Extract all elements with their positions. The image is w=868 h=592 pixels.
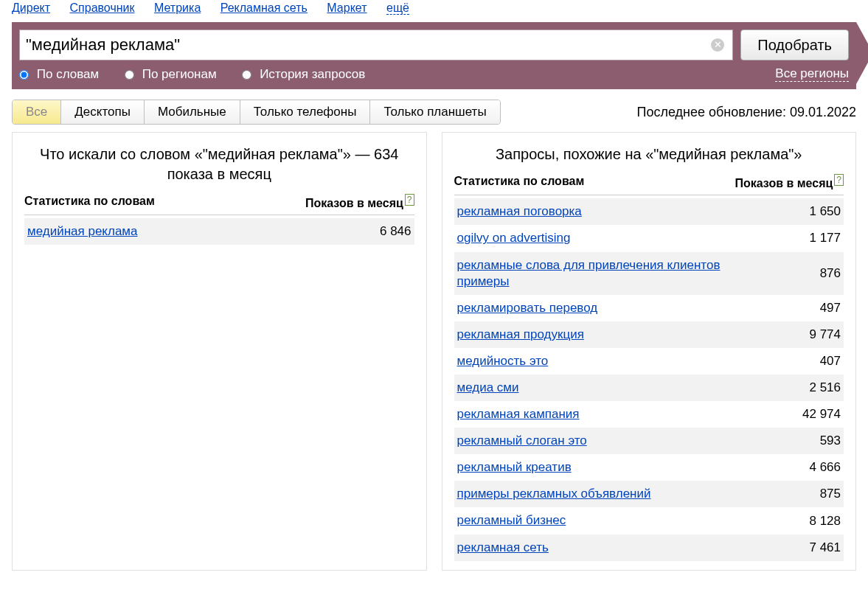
- help-icon[interactable]: ?: [834, 174, 844, 186]
- filter-by-regions-label: По регионам: [142, 67, 217, 81]
- keyword-link[interactable]: рекламные слова для привлечения клиентов…: [457, 257, 745, 290]
- table-row: примеры рекламных объявлений875: [454, 481, 844, 507]
- table-row: медийная реклама6 846: [24, 218, 414, 245]
- submit-button[interactable]: Подобрать: [740, 29, 849, 60]
- keyword-link[interactable]: рекламный бизнес: [457, 512, 566, 529]
- filter-by-regions-radio[interactable]: [125, 70, 134, 80]
- filter-history-label: История запросов: [260, 67, 365, 81]
- keyword-link[interactable]: медиа сми: [457, 380, 519, 396]
- nav-link-spravochnik[interactable]: Справочник: [70, 1, 135, 14]
- keyword-link[interactable]: примеры рекламных объявлений: [457, 486, 651, 502]
- nav-link-more[interactable]: ещё: [386, 1, 409, 15]
- keyword-link[interactable]: рекламный креатив: [457, 459, 572, 476]
- keyword-link[interactable]: рекламная кампания: [457, 406, 580, 422]
- filter-by-words-radio[interactable]: [19, 70, 29, 80]
- search-input[interactable]: [19, 29, 733, 60]
- shows-value: 42 974: [802, 407, 841, 422]
- tab-all[interactable]: Все: [13, 100, 61, 124]
- shows-value: 6 846: [380, 224, 412, 239]
- nav-link-market[interactable]: Маркет: [327, 1, 367, 14]
- filter-by-words-label: По словам: [37, 67, 99, 81]
- table-row: медийность это407: [454, 348, 844, 375]
- shows-value: 593: [820, 433, 841, 448]
- shows-value: 875: [820, 487, 841, 501]
- shows-value: 9 774: [809, 327, 841, 342]
- keyword-link[interactable]: рекламировать перевод: [457, 300, 598, 316]
- last-update-label: Последнее обновление: 09.01.2022: [636, 105, 856, 120]
- filter-history[interactable]: История запросов: [242, 67, 365, 81]
- keyword-link[interactable]: рекламная продукция: [457, 327, 584, 343]
- table-row: рекламный слоган это593: [454, 428, 844, 454]
- shows-value: 1 650: [809, 204, 841, 219]
- shows-value: 2 516: [809, 380, 841, 395]
- left-col1-header: Статистика по словам: [24, 195, 155, 210]
- table-row: ogilvy on advertising1 177: [454, 225, 844, 251]
- tab-phones[interactable]: Только телефоны: [240, 100, 371, 124]
- table-row: рекламная продукция9 774: [454, 321, 844, 348]
- shows-value: 497: [820, 301, 841, 316]
- table-row: медиа сми2 516: [454, 375, 844, 401]
- right-panel: Запросы, похожие на «"медийная реклама"»…: [442, 132, 857, 571]
- scope-filters: По словам По регионам История запросов: [19, 67, 387, 82]
- left-panel-title: Что искали со словом «"медийная реклама"…: [24, 144, 414, 184]
- help-icon[interactable]: ?: [405, 194, 414, 206]
- filter-history-radio[interactable]: [242, 70, 251, 80]
- table-row: рекламировать перевод497: [454, 295, 844, 321]
- keyword-link[interactable]: медийность это: [457, 353, 549, 369]
- table-row: рекламная поговорка1 650: [454, 198, 844, 225]
- keyword-link[interactable]: рекламный слоган это: [457, 433, 587, 449]
- tab-mobile[interactable]: Мобильные: [145, 100, 240, 124]
- filter-by-regions[interactable]: По регионам: [125, 67, 220, 81]
- nav-link-direct[interactable]: Директ: [12, 1, 50, 14]
- shows-value: 7 461: [809, 540, 841, 555]
- all-regions-link[interactable]: Все регионы: [775, 66, 849, 82]
- keyword-link[interactable]: рекламная поговорка: [457, 203, 582, 220]
- tab-tablets[interactable]: Только планшеты: [370, 100, 499, 124]
- nav-link-rsya[interactable]: Рекламная сеть: [221, 1, 308, 14]
- right-col1-header: Статистика по словам: [454, 175, 585, 190]
- table-row: рекламные слова для привлечения клиентов…: [454, 252, 844, 295]
- left-col2-header: Показов в месяц: [305, 197, 403, 209]
- nav-link-metrika[interactable]: Метрика: [154, 1, 201, 14]
- device-tabs: Все Десктопы Мобильные Только телефоны Т…: [12, 100, 501, 125]
- search-bar: ✕ Подобрать По словам По регионам Истори…: [12, 22, 856, 89]
- keyword-link[interactable]: ogilvy on advertising: [457, 230, 571, 246]
- shows-value: 4 666: [809, 460, 841, 475]
- left-panel: Что искали со словом «"медийная реклама"…: [12, 132, 427, 571]
- table-row: рекламный креатив4 666: [454, 454, 844, 481]
- table-row: рекламная сеть7 461: [454, 534, 844, 561]
- right-panel-title: Запросы, похожие на «"медийная реклама"»: [454, 144, 844, 164]
- right-col2-header: Показов в месяц: [735, 177, 833, 189]
- keyword-link[interactable]: медийная реклама: [27, 223, 138, 240]
- tab-desktops[interactable]: Десктопы: [61, 100, 145, 124]
- shows-value: 407: [820, 354, 841, 369]
- shows-value: 876: [820, 266, 841, 281]
- clear-icon[interactable]: ✕: [711, 38, 724, 52]
- table-row: рекламная кампания42 974: [454, 401, 844, 428]
- top-nav: Директ Справочник Метрика Рекламная сеть…: [0, 0, 868, 22]
- keyword-link[interactable]: рекламная сеть: [457, 540, 549, 556]
- shows-value: 8 128: [809, 514, 841, 529]
- filter-by-words[interactable]: По словам: [19, 67, 103, 81]
- shows-value: 1 177: [809, 231, 841, 245]
- table-row: рекламный бизнес8 128: [454, 507, 844, 534]
